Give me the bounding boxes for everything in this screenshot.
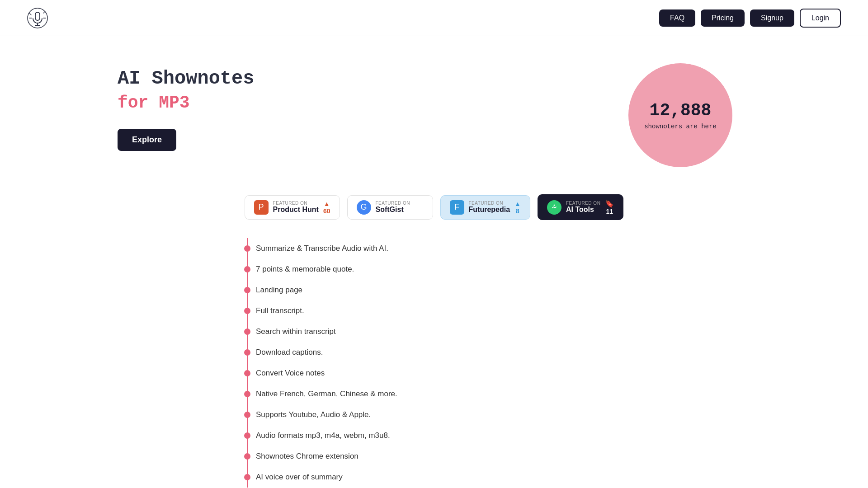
stat-label: shownoters are here (644, 123, 717, 130)
features-list: Summarize & Transcribe Audio with AI. 7 … (0, 234, 868, 488)
feature-label-7: Convert Voice notes (256, 369, 325, 378)
feature-dot-1 (244, 245, 250, 252)
feature-item-3: Landing page (256, 280, 868, 300)
product-hunt-icon: P (254, 200, 269, 215)
hero-section: AI Shownotes for MP3 Explore 12,888 show… (0, 36, 868, 185)
badge-softgist[interactable]: G FEATURED ON SoftGist (347, 195, 433, 220)
badge-product-hunt-text: FEATURED ON Product Hunt (273, 201, 319, 214)
nav-links: FAQ Pricing Signup Login (659, 9, 841, 28)
feature-dot-12 (244, 474, 250, 480)
feature-label-9: Supports Youtube, Audio & Apple. (256, 410, 371, 419)
futurepedia-icon: F (450, 200, 464, 215)
stat-number: 12,888 (650, 101, 712, 120)
badge-futurepedia-text: FEATURED ON Futurepedia (469, 201, 510, 214)
pricing-button[interactable]: Pricing (701, 9, 745, 27)
features-inner: Summarize & Transcribe Audio with AI. 7 … (244, 238, 868, 488)
feature-dot-8 (244, 391, 250, 397)
feature-label-3: Landing page (256, 286, 302, 295)
logo[interactable] (27, 8, 48, 28)
feature-item-4: Full transcript. (256, 300, 868, 321)
feature-label-1: Summarize & Transcribe Audio with AI. (256, 244, 388, 253)
ai-tools-score: 🔖 11 (605, 199, 614, 215)
stat-circle: 12,888 shownoters are here (628, 63, 732, 167)
feature-item-7: Convert Voice notes (256, 363, 868, 384)
feature-dot-6 (244, 349, 250, 356)
badges-section: P FEATURED ON Product Hunt ▲ 60 G FEATUR… (0, 185, 868, 234)
feature-label-11: Shownotes Chrome extension (256, 452, 359, 461)
badge-ai-tools[interactable]: Featured on AI Tools 🔖 11 (538, 194, 623, 220)
svg-line-4 (29, 13, 31, 15)
hero-left: AI Shownotes for MP3 Explore (118, 63, 628, 151)
explore-button[interactable]: Explore (118, 129, 176, 151)
feature-label-6: Download captions. (256, 348, 323, 357)
feature-item-11: Shownotes Chrome extension (256, 446, 868, 467)
feature-label-4: Full transcript. (256, 306, 304, 315)
product-hunt-score: ▲ 60 (323, 200, 330, 215)
feature-label-10: Audio formats mp3, m4a, webm, m3u8. (256, 431, 390, 440)
svg-line-6 (43, 11, 45, 13)
feature-label-2: 7 points & memorable quote. (256, 265, 354, 274)
feature-dot-7 (244, 370, 250, 376)
feature-dot-4 (244, 308, 250, 314)
badge-futurepedia[interactable]: F FEATURED ON Futurepedia ▲ 8 (440, 195, 530, 220)
feature-item-1: Summarize & Transcribe Audio with AI. (256, 238, 868, 259)
hero-subtitle: for MP3 (118, 93, 628, 113)
ai-tools-icon (547, 200, 561, 215)
feature-item-2: 7 points & memorable quote. (256, 259, 868, 280)
badge-softgist-text: FEATURED ON SoftGist (376, 201, 410, 214)
feature-label-12: AI voice over of summary (256, 473, 343, 482)
feature-dot-9 (244, 412, 250, 418)
feature-item-9: Supports Youtube, Audio & Apple. (256, 404, 868, 425)
svg-rect-1 (35, 12, 40, 20)
futurepedia-score: ▲ 8 (514, 200, 521, 215)
feature-dot-11 (244, 453, 250, 460)
badge-ai-tools-text: Featured on AI Tools (566, 201, 600, 214)
feature-item-8: Native French, German, Chinese & more. (256, 384, 868, 404)
feature-item-10: Audio formats mp3, m4a, webm, m3u8. (256, 425, 868, 446)
feature-dot-10 (244, 432, 250, 439)
svg-point-9 (553, 204, 555, 206)
signup-button[interactable]: Signup (750, 9, 794, 27)
feature-dot-5 (244, 328, 250, 335)
hero-right: 12,888 shownoters are here (628, 63, 750, 167)
faq-button[interactable]: FAQ (659, 9, 695, 27)
feature-dot-3 (244, 287, 250, 293)
feature-label-8: Native French, German, Chinese & more. (256, 389, 397, 399)
feature-item-6: Download captions. (256, 342, 868, 363)
feature-label-5: Search within transcript (256, 327, 336, 336)
badge-product-hunt[interactable]: P FEATURED ON Product Hunt ▲ 60 (245, 195, 340, 220)
feature-item-5: Search within transcript (256, 321, 868, 342)
feature-dot-2 (244, 266, 250, 272)
feature-item-12: AI voice over of summary (256, 467, 868, 488)
softgist-icon: G (357, 200, 371, 215)
hero-title: AI Shownotes (118, 68, 628, 89)
login-button[interactable]: Login (800, 9, 841, 28)
